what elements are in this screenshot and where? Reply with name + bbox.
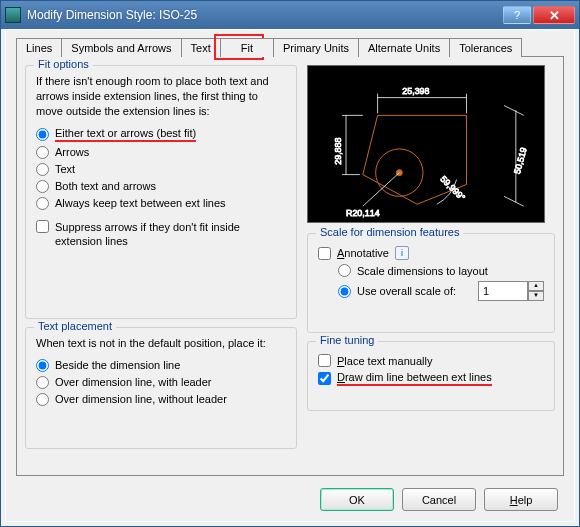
check-suppress-label: Suppress arrows if they don't fit inside… [55,220,286,250]
radio-both-label: Both text and arrows [55,180,156,192]
radio-scale-overall-input[interactable] [338,285,351,298]
tab-primary-units[interactable]: Primary Units [273,38,359,57]
tab-lines[interactable]: Lines [16,38,62,57]
radio-scale-layout-input[interactable] [338,264,351,277]
dim-left: 29,888 [333,138,343,165]
radio-scale-overall[interactable]: Use overall scale of: ▲ ▼ [338,281,544,301]
fit-options-group: Fit options If there isn't enough room t… [25,65,297,319]
radio-over-noleader[interactable]: Over dimension line, without leader [36,393,286,406]
text-placement-title: Text placement [34,320,116,332]
text-placement-desc: When text is not in the default position… [36,336,286,351]
radio-arrows-label: Arrows [55,146,89,158]
tab-fit[interactable]: Fit [220,38,274,57]
fine-tuning-group: Fine tuning Place text manually Draw dim… [307,341,555,411]
dim-right: 50,519 [512,146,529,175]
radio-arrows[interactable]: Arrows [36,146,286,159]
dim-angle: 59,999° [438,174,467,203]
radio-either[interactable]: Either text or arrows (best fit) [36,127,286,142]
client-area: Lines Symbols and Arrows Text Fit Primar… [5,29,575,522]
check-manual[interactable]: Place text manually [318,354,544,367]
ok-button[interactable]: OK [320,488,394,511]
check-annotative[interactable]: Annotative i [318,246,544,260]
dim-radius: R20,114 [346,208,380,218]
dialog-window: Modify Dimension Style: ISO-25 ? ✕ Lines… [0,0,580,527]
radio-text-input[interactable] [36,163,49,176]
overall-scale-input[interactable] [478,281,528,301]
close-button[interactable]: ✕ [533,6,575,24]
fit-options-title: Fit options [34,58,93,70]
check-draw-dimline[interactable]: Draw dim line between ext lines [318,371,544,386]
dialog-buttons: OK Cancel Help [320,488,558,511]
cancel-button[interactable]: Cancel [402,488,476,511]
radio-always-input[interactable] [36,197,49,210]
check-annotative-label-rest: nnotative [344,247,389,259]
radio-always[interactable]: Always keep text between ext lines [36,197,286,210]
info-icon[interactable]: i [395,246,409,260]
tab-strip: Lines Symbols and Arrows Text Fit Primar… [16,38,564,57]
tab-alternate-units[interactable]: Alternate Units [358,38,450,57]
radio-beside[interactable]: Beside the dimension line [36,359,286,372]
radio-either-label: Either text or arrows (best fit) [55,127,196,142]
radio-always-label: Always keep text between ext lines [55,197,226,209]
tab-text[interactable]: Text [181,38,221,57]
radio-over-leader-label: Over dimension line, with leader [55,376,212,388]
radio-over-noleader-label: Over dimension line, without leader [55,393,227,405]
scale-title: Scale for dimension features [316,226,463,238]
radio-over-leader-input[interactable] [36,376,49,389]
radio-scale-layout[interactable]: Scale dimensions to layout [338,264,544,277]
spin-down[interactable]: ▼ [528,291,544,301]
check-annotative-input[interactable] [318,247,331,260]
tab-fit-label: Fit [241,42,253,54]
fine-tuning-title: Fine tuning [316,334,378,346]
radio-over-leader[interactable]: Over dimension line, with leader [36,376,286,389]
titlebar[interactable]: Modify Dimension Style: ISO-25 ? ✕ [1,1,579,29]
check-suppress[interactable]: Suppress arrows if they don't fit inside… [36,220,286,250]
window-title: Modify Dimension Style: ISO-25 [27,8,503,22]
radio-over-noleader-input[interactable] [36,393,49,406]
radio-beside-input[interactable] [36,359,49,372]
radio-both[interactable]: Both text and arrows [36,180,286,193]
radio-beside-label: Beside the dimension line [55,359,180,371]
help-button[interactable]: Help [484,488,558,511]
tab-tolerances[interactable]: Tolerances [449,38,522,57]
check-draw-dimline-input[interactable] [318,372,331,385]
radio-either-input[interactable] [36,128,49,141]
dimension-preview: 25,398 29,888 R20,114 59,999° [307,65,545,223]
radio-text-label: Text [55,163,75,175]
spin-up[interactable]: ▲ [528,281,544,291]
help-titlebar-button[interactable]: ? [503,6,531,24]
tab-symbols-arrows[interactable]: Symbols and Arrows [61,38,181,57]
check-manual-input[interactable] [318,354,331,367]
text-placement-group: Text placement When text is not in the d… [25,327,297,449]
radio-both-input[interactable] [36,180,49,193]
scale-group: Scale for dimension features Annotative … [307,233,555,333]
fit-options-desc: If there isn't enough room to place both… [36,74,286,119]
tab-panel-fit: Fit options If there isn't enough room t… [16,56,564,476]
radio-text[interactable]: Text [36,163,286,176]
radio-arrows-input[interactable] [36,146,49,159]
app-icon [5,7,21,23]
radio-scale-overall-label: Use overall scale of: [357,285,456,297]
svg-line-9 [504,105,524,115]
svg-line-10 [504,196,524,206]
radio-scale-layout-label: Scale dimensions to layout [357,265,488,277]
dim-top: 25,398 [402,86,429,96]
check-suppress-input[interactable] [36,220,49,233]
